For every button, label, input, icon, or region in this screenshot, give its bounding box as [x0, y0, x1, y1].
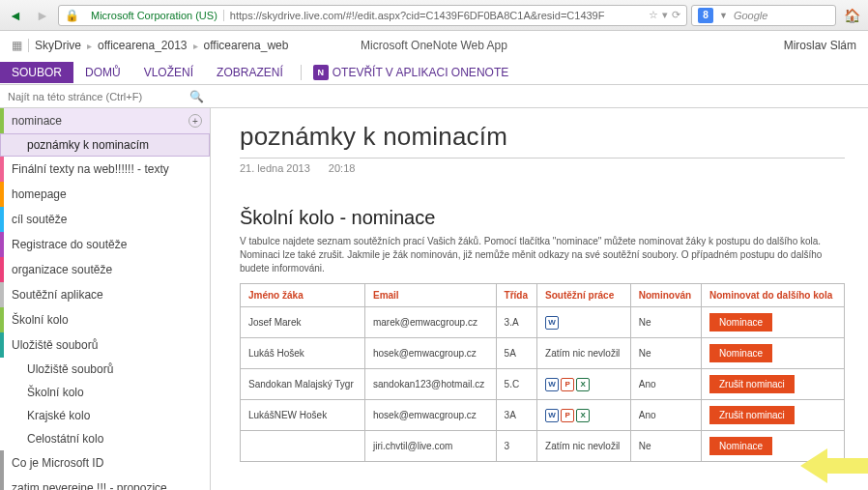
note-content: poznámky k nominacím 21. ledna 2013 20:1… — [211, 108, 868, 490]
embedded-document: Školní kolo - nominace V tabulce najdete… — [240, 207, 845, 462]
ribbon-tab-file[interactable]: SOUBOR — [0, 62, 73, 83]
ribbon-tab-insert[interactable]: VLOŽENÍ — [132, 62, 205, 83]
table-cell: 3 — [496, 431, 537, 462]
table-row: Sandokan Malajský Tygrsandokan123@hotmai… — [241, 369, 845, 400]
reload-icon[interactable]: ⟳ — [672, 9, 680, 21]
page-item[interactable]: poznámky k nominacím — [0, 133, 210, 157]
table-row: Josef Marekmarek@emwacgroup.cz3.AWNeNomi… — [241, 307, 845, 338]
table-cell — [241, 431, 365, 462]
files-cell: WPX — [537, 400, 631, 431]
page-item[interactable]: Celostátní kolo — [0, 427, 210, 450]
word-icon[interactable]: W — [545, 316, 559, 330]
bookmark-star-icon[interactable]: ☆ — [649, 9, 658, 21]
nominations-table: Jméno žákaEmailTřídaSoutěžní práceNomino… — [240, 283, 845, 462]
add-page-button[interactable]: + — [188, 114, 202, 128]
action-cell: Nominace — [702, 338, 845, 369]
word-icon[interactable]: W — [545, 378, 559, 391]
powerpoint-icon[interactable]: P — [561, 409, 574, 422]
cancel-nomination-button[interactable]: Zrušit nominaci — [709, 406, 795, 424]
nominated-cell: Ano — [630, 400, 701, 431]
open-in-onenote[interactable]: N OTEVŘÍT V APLIKACI ONENOTE — [307, 65, 515, 80]
table-cell: 5A — [496, 338, 537, 369]
section-item[interactable]: Uložiště souborů — [0, 332, 210, 358]
section-item[interactable]: Registrace do soutěže — [0, 232, 210, 257]
page-title[interactable]: poznámky k nominacím — [240, 122, 845, 152]
table-row: LukášNEW Hošekhosek@emwacgroup.cz3AWPXAn… — [241, 400, 845, 431]
table-row: jiri.chvtil@live.com3Zatím nic nevložilN… — [241, 431, 845, 462]
section-item[interactable]: zatim neverejne !!! - propozice — [0, 476, 210, 490]
section-item[interactable]: Školní kolo — [0, 307, 210, 332]
word-icon[interactable]: W — [545, 409, 559, 422]
table-header: Nominován — [630, 284, 701, 307]
search-engine-icon: 8 — [698, 8, 713, 23]
note-time: 20:18 — [329, 162, 356, 174]
page-item[interactable]: Uložiště souborů — [0, 358, 210, 381]
chevron-down-icon[interactable]: ▼ — [719, 11, 728, 20]
table-header: Třída — [496, 284, 537, 307]
crumb-skydrive[interactable]: SkyDrive — [35, 39, 81, 52]
section-item[interactable]: Co je Microsoft ID — [0, 450, 210, 476]
back-button[interactable]: ◄ — [4, 4, 27, 27]
nominate-button[interactable]: Nominace — [709, 344, 772, 362]
search-icon[interactable]: 🔍 — [189, 90, 204, 103]
table-header: Email — [364, 284, 496, 307]
cancel-nomination-button[interactable]: Zrušit nominaci — [709, 375, 795, 393]
table-cell: 3.A — [496, 307, 537, 338]
crumb-folder-2[interactable]: officearena_web — [204, 39, 289, 52]
note-meta: 21. ledna 2013 20:18 — [240, 162, 845, 174]
dropdown-icon[interactable]: ▾ — [662, 9, 668, 21]
app-name: Microsoft OneNote Web App — [361, 39, 507, 52]
action-cell: Nominace — [702, 307, 845, 338]
table-cell: hosek@emwacgroup.cz — [364, 338, 496, 369]
excel-icon[interactable]: X — [576, 378, 590, 391]
powerpoint-icon[interactable]: P — [561, 378, 574, 391]
nominate-button[interactable]: Nominace — [709, 313, 772, 331]
ribbon: SOUBOR DOMŮ VLOŽENÍ ZOBRAZENÍ N OTEVŘÍT … — [0, 60, 868, 85]
url-text: https://skydrive.live.com/#!/edit.aspx?c… — [230, 10, 643, 21]
table-cell: Lukáš Hošek — [241, 338, 365, 369]
nominated-cell: Ano — [630, 369, 701, 400]
section-item[interactable]: cíl soutěže — [0, 207, 210, 232]
search-placeholder: Google — [734, 10, 767, 21]
browser-toolbar: ◄ ► 🔒 Microsoft Corporation (US) https:/… — [0, 0, 868, 31]
table-cell: sandokan123@hotmail.cz — [364, 369, 496, 400]
onenote-icon: N — [313, 65, 329, 80]
files-cell: WPX — [537, 369, 631, 400]
table-header: Jméno žáka — [241, 284, 365, 307]
section-item[interactable]: Soutěžní aplikace — [0, 282, 210, 307]
section-item[interactable]: organizace soutěže — [0, 257, 210, 282]
table-cell: LukášNEW Hošek — [241, 400, 365, 431]
doc-heading: Školní kolo - nominace — [240, 207, 845, 229]
nominated-cell: Ne — [630, 307, 701, 338]
browser-search[interactable]: 8 ▼ Google — [691, 5, 836, 26]
section-item[interactable]: Finální texty na web!!!!!! - texty — [0, 157, 210, 182]
action-cell: Zrušit nominaci — [702, 369, 845, 400]
chevron-right-icon: ▸ — [81, 41, 98, 51]
page-item[interactable]: Školní kolo — [0, 381, 210, 404]
nominated-cell: Ne — [630, 431, 701, 462]
ribbon-tab-home[interactable]: DOMŮ — [73, 62, 132, 83]
sidebar: nominace+poznámky k nominacímFinální tex… — [0, 108, 211, 490]
note-date: 21. ledna 2013 — [240, 162, 310, 174]
crumb-folder-1[interactable]: officearena_2013 — [98, 39, 188, 52]
forward-button[interactable]: ► — [31, 4, 54, 27]
action-cell: Zrušit nominaci — [702, 400, 845, 431]
nominate-button[interactable]: Nominace — [709, 437, 772, 455]
apps-grid-icon[interactable]: ▦ — [12, 39, 22, 52]
section-item[interactable]: nominace+ — [0, 108, 210, 133]
ribbon-tab-view[interactable]: ZOBRAZENÍ — [205, 62, 295, 83]
chevron-right-icon: ▸ — [188, 41, 204, 51]
excel-icon[interactable]: X — [576, 409, 590, 422]
table-header: Nominovat do dalšího kola — [702, 284, 845, 307]
page-item[interactable]: Krajské kolo — [0, 404, 210, 427]
highlight-arrow — [800, 447, 868, 485]
table-cell: Sandokan Malajský Tygr — [241, 369, 365, 400]
table-row: Lukáš Hošekhosek@emwacgroup.cz5AZatím ni… — [241, 338, 845, 369]
table-cell: jiri.chvtil@live.com — [364, 431, 496, 462]
address-bar[interactable]: 🔒 Microsoft Corporation (US) https://sky… — [58, 5, 687, 26]
user-name[interactable]: Miroslav Slám — [784, 39, 856, 52]
section-item[interactable]: homepage — [0, 182, 210, 207]
breadcrumb-row: ▦ SkyDrive ▸ officearena_2013 ▸ officear… — [0, 31, 868, 60]
home-button[interactable]: 🏠 — [840, 8, 864, 23]
find-input[interactable] — [0, 85, 189, 107]
